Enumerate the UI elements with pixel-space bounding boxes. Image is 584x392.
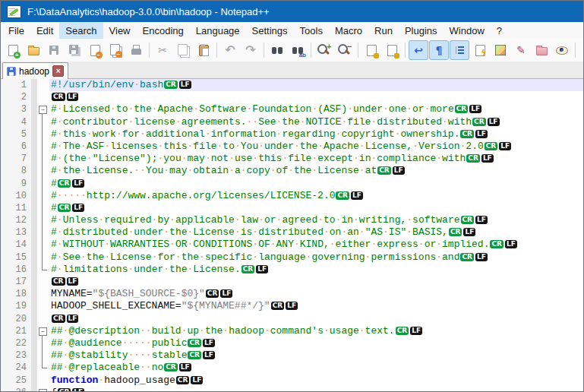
toolbar-folder-as-workspace-icon[interactable] [532,40,551,60]
code-line[interactable]: 26−{CRLF [1,387,583,391]
bookmark-margin[interactable] [31,103,37,115]
editor[interactable]: 1#!/usr/bin/env·bashCRLF2CRLF3−#·License… [1,79,583,391]
toolbar-zoom-in-icon[interactable]: + [314,40,334,60]
code-text[interactable]: #·WITHOUT·WARRANTIES·OR·CONDITIONS·OF·AN… [49,239,583,251]
bookmark-margin[interactable] [31,239,37,251]
code-text[interactable]: #·the·License.··You·may·obtain·a·copy·of… [49,165,583,177]
code-line[interactable]: 15#·See·the·License·for·the·specific·lan… [1,251,583,264]
fold-margin[interactable] [37,178,49,190]
menu-item-tools[interactable]: Tools [294,22,329,39]
fold-margin[interactable] [37,91,49,103]
fold-collapse-icon[interactable]: − [39,389,47,391]
fold-margin[interactable] [37,165,49,177]
code-text[interactable]: #·(the·"License");·you·may·not·use·this·… [49,153,583,165]
code-line[interactable]: 25function·hadoop_usageCRLF [1,375,583,387]
line-number[interactable]: 22 [1,337,31,349]
code-line[interactable]: 3−#·Licensed·to·the·Apache·Software·Foun… [1,103,583,115]
line-number[interactable]: 11 [1,202,31,214]
line-number[interactable]: 13 [1,226,31,239]
toolbar-open-file-icon[interactable] [24,40,43,60]
code-text[interactable]: #CRLF [49,202,583,214]
code-line[interactable]: 10#·····http://www.apache.org/licenses/L… [1,190,583,202]
bookmark-margin[interactable] [31,349,37,362]
fold-margin[interactable] [37,276,49,288]
code-text[interactable]: MYNAME="${BASH_SOURCE-$0}"CRLF [49,288,583,300]
code-text[interactable]: ##·@description··build·up·the·hadoop·com… [49,325,583,337]
toolbar-document-monitoring-icon[interactable] [552,40,572,60]
code-line[interactable]: 19HADOOP_SHELL_EXECNAME="${MYNAME##*/}"C… [1,300,583,312]
fold-margin[interactable]: − [37,387,49,391]
bookmark-margin[interactable] [31,214,37,226]
line-number[interactable]: 26 [1,387,31,391]
toolbar-paste-icon[interactable] [194,40,213,60]
code-text[interactable]: #·contributor·license·agreements.··See·t… [49,116,583,128]
line-number[interactable]: 16 [1,264,31,276]
title-bar[interactable]: F:\DataAnalytics\hadoop-3.0.0\bin\hadoop… [1,1,583,22]
code-line[interactable]: 22##·@audience·····publicCRLF [1,337,583,349]
bookmark-margin[interactable] [31,79,37,91]
menu-item-view[interactable]: View [103,22,137,39]
code-text[interactable]: #·····http://www.apache.org/licenses/LIC… [49,190,583,202]
toolbar-replace-icon[interactable]: ab [288,40,308,60]
code-text[interactable]: #!/usr/bin/env·bashCRLF [49,79,583,91]
code-text[interactable]: #·Unless·required·by·applicable·law·or·a… [49,214,583,226]
fold-margin[interactable] [37,153,49,165]
toolbar-document-map-icon[interactable] [491,40,510,60]
code-text[interactable]: #·distributed·under·the·License·is·distr… [49,226,583,239]
code-line[interactable]: 4#·contributor·license·agreements.··See·… [1,116,583,128]
line-number[interactable]: 15 [1,251,31,264]
toolbar-zoom-out-icon[interactable]: − [335,40,355,60]
bookmark-margin[interactable] [31,165,37,177]
tab-hadoop[interactable]: hadoop [2,62,68,79]
line-number[interactable]: 23 [1,349,31,362]
fold-margin[interactable] [37,214,49,226]
code-text[interactable]: #·See·the·License·for·the·specific·langu… [49,251,583,264]
toolbar-close-all-icon[interactable] [106,40,125,60]
menu-item-search[interactable]: Search [59,22,103,39]
code-text[interactable]: ##·@audience·····publicCRLF [49,337,583,349]
bookmark-margin[interactable] [31,264,37,276]
code-line[interactable]: 13#·distributed·under·the·License·is·dis… [1,226,583,239]
line-number[interactable]: 2 [1,91,31,103]
line-number[interactable]: 25 [1,375,31,387]
line-number[interactable]: 10 [1,190,31,202]
bookmark-margin[interactable] [31,276,37,288]
fold-margin[interactable] [37,251,49,264]
bookmark-margin[interactable] [31,251,37,264]
code-text[interactable]: HADOOP_SHELL_EXECNAME="${MYNAME##*/}"CRL… [49,300,583,312]
fold-margin[interactable] [37,116,49,128]
line-number[interactable]: 18 [1,288,31,300]
code-text[interactable]: function·hadoop_usageCRLF [49,375,583,387]
line-number[interactable]: 1 [1,79,31,91]
bookmark-margin[interactable] [31,362,37,374]
toolbar-find-icon[interactable] [267,40,287,60]
fold-margin[interactable] [37,375,49,387]
toolbar-new-file-icon[interactable] [3,40,23,60]
line-number[interactable]: 6 [1,141,31,153]
bookmark-margin[interactable] [31,387,37,391]
code-text[interactable]: #·this·work·for·additional·information·r… [49,128,583,141]
menu-item-macro[interactable]: Macro [329,22,368,39]
toolbar-show-indent-guide-icon[interactable] [450,40,469,60]
bookmark-margin[interactable] [31,300,37,312]
line-number[interactable]: 4 [1,116,31,128]
fold-margin[interactable] [37,226,49,239]
code-line[interactable]: 16#·limitations·under·the·License.CRLF [1,264,583,276]
code-line[interactable]: 2CRLF [1,91,583,103]
code-line[interactable]: 20CRLF [1,313,583,325]
bookmark-margin[interactable] [31,91,37,103]
line-number[interactable]: 21 [1,325,31,337]
toolbar-sync-vertical-scroll-icon[interactable] [361,40,381,60]
code-line[interactable]: 21−##·@description··build·up·the·hadoop·… [1,325,583,337]
bookmark-margin[interactable] [31,190,37,202]
menu-item-settings[interactable]: Settings [246,22,294,39]
toolbar-close-file-icon[interactable] [85,40,105,60]
line-number[interactable]: 3 [1,103,31,115]
code-text[interactable]: ##·@stability····stableCRLF [49,349,583,362]
toolbar-user-defined-language-icon[interactable]: ϟ [470,40,490,60]
bookmark-margin[interactable] [31,178,37,190]
code-text[interactable]: ##·@replaceable··noCRLF [49,362,583,374]
line-number[interactable]: 9 [1,178,31,190]
fold-margin[interactable] [37,288,49,300]
bookmark-margin[interactable] [31,226,37,239]
